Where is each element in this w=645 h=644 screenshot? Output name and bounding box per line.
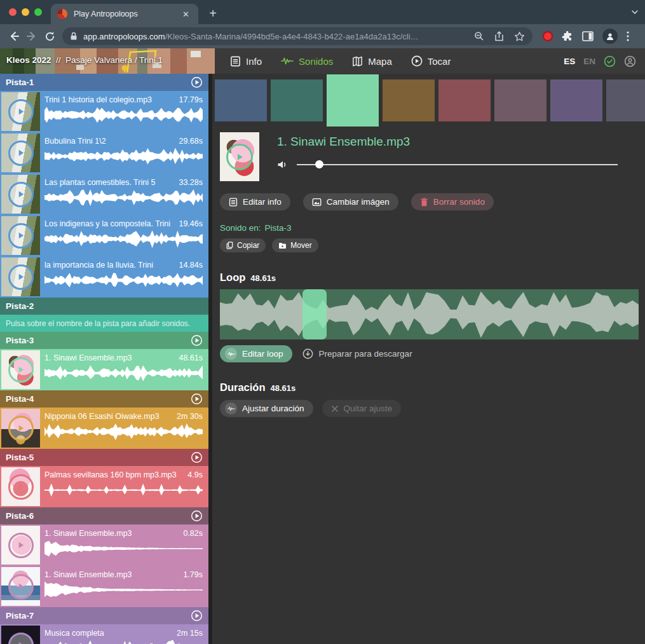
forward-icon[interactable] <box>23 27 41 45</box>
track-header[interactable]: Pista-3 <box>0 332 208 349</box>
account-icon[interactable] <box>624 55 636 67</box>
clip-play-icon[interactable] <box>8 223 34 249</box>
track-play-icon[interactable] <box>191 451 203 463</box>
track-play-icon[interactable] <box>191 76 203 88</box>
macos-traffic-lights[interactable] <box>9 8 42 16</box>
track-swatch-7[interactable] <box>550 79 602 121</box>
nav-tab-sonidos[interactable]: Sonidos <box>281 56 333 67</box>
clip-row[interactable]: 1. Sinawi Ensemble.mp30.82s <box>0 524 208 566</box>
tracks-sidebar[interactable]: Pista-1Trini 1 historia del colegio.mp31… <box>0 74 212 644</box>
volume-icon[interactable] <box>277 160 288 170</box>
track-swatch-8[interactable] <box>606 79 645 121</box>
clip-row[interactable]: Bubulina Trini 1\229.68s <box>0 132 208 174</box>
edit-info-button[interactable]: Editar info <box>220 193 290 210</box>
side-panel-icon[interactable] <box>582 31 594 41</box>
close-window-button[interactable] <box>9 8 17 16</box>
clip-thumbnail-house-photo[interactable] <box>1 216 40 255</box>
reload-icon[interactable] <box>41 27 58 45</box>
clip-row[interactable]: Las plantas comestibles. Trini 533.28s <box>0 174 208 215</box>
clip-play-icon[interactable] <box>8 633 34 644</box>
browser-menu-dots-icon[interactable] <box>627 31 629 41</box>
clip-thumbnail-peppa-red-ball[interactable] <box>1 467 40 506</box>
recorder-extension-icon[interactable] <box>543 31 553 41</box>
clip-name[interactable]: Musica completa <box>44 629 172 638</box>
clip-row[interactable]: Trini 1 historia del colegio.mp317.79s <box>0 91 208 132</box>
clip-thumbnail-house-photo[interactable] <box>1 175 40 214</box>
clip-row[interactable]: Palmas sevillanas 160 bpm mp3.mp34.9s <box>0 466 208 507</box>
clip-play-icon[interactable] <box>8 99 34 125</box>
remove-adjust-button[interactable]: Quitar ajuste <box>322 400 402 417</box>
track-play-icon[interactable] <box>191 393 203 405</box>
clip-name[interactable]: Nipponia 06 Esashi Oiwake.mp3 <box>44 412 172 421</box>
clip-name[interactable]: Bubulina Trini 1\2 <box>44 137 173 146</box>
browser-tab[interactable]: Play Antropoloops ✕ <box>51 4 198 24</box>
loop-waveform-panel[interactable] <box>220 289 639 339</box>
track-header[interactable]: Pista-6 <box>0 507 208 524</box>
tab-search-chevron-icon[interactable] <box>631 7 639 18</box>
move-sound-button[interactable]: Mover <box>272 238 318 252</box>
track-name[interactable]: Pista-1 <box>6 78 34 87</box>
project-map-photo[interactable]: Kleos 2022 // Pasaje Valvanera / Trini 1 <box>0 48 215 74</box>
clip-thumbnail-house-photo[interactable] <box>1 257 40 296</box>
sound-location-track-link[interactable]: Pista-3 <box>265 223 292 233</box>
clip-thumbnail-peppa-pig[interactable] <box>1 526 40 565</box>
clip-name[interactable]: 1. Sinawi Ensemble.mp3 <box>44 529 178 538</box>
clip-play-icon[interactable] <box>8 474 34 500</box>
zoom-out-icon[interactable] <box>474 31 484 41</box>
clip-thumbnail-house-photo[interactable] <box>1 134 40 172</box>
breadcrumb-trail[interactable]: Pasaje Valvanera / Trini 1 <box>65 55 163 65</box>
lang-en-button[interactable]: EN <box>583 57 595 66</box>
track-name[interactable]: Pista-4 <box>6 394 34 404</box>
track-swatch-2[interactable] <box>271 79 323 121</box>
breadcrumb[interactable]: Kleos 2022 // Pasaje Valvanera / Trini 1 <box>6 55 163 65</box>
clip-row[interactable]: Musica completa2m 15s <box>0 624 208 644</box>
clip-row[interactable]: la importancia de la lluvia. Trini14.84s <box>0 256 208 298</box>
volume-slider[interactable] <box>297 160 618 169</box>
track-header[interactable]: Pista-1 <box>0 74 208 91</box>
delete-sound-button[interactable]: Borrar sonido <box>411 193 494 210</box>
track-play-icon[interactable] <box>191 610 203 622</box>
adjust-duration-button[interactable]: Ajustar duración <box>220 400 313 417</box>
clip-name[interactable]: Trini 1 historia del colegio.mp3 <box>44 95 173 104</box>
clip-name[interactable]: Palmas sevillanas 160 bpm mp3.mp3 <box>44 470 182 479</box>
clip-play-icon[interactable] <box>8 574 34 599</box>
clip-row[interactable]: 1. Sinawi Ensemble.mp348.61s <box>0 349 208 390</box>
browser-profile-avatar[interactable] <box>602 29 618 44</box>
track-name[interactable]: Pista-6 <box>6 511 34 521</box>
clip-name[interactable]: la importancia de la lluvia. Trini <box>44 261 173 270</box>
clip-row[interactable]: Nipponia 06 Esashi Oiwake.mp32m 30s <box>0 408 208 449</box>
clip-row[interactable]: 1. Sinawi Ensemble.mp31.79s <box>0 566 208 607</box>
track-name[interactable]: Pista-3 <box>6 336 34 345</box>
clip-name[interactable]: 1. Sinawi Ensemble.mp3 <box>44 570 178 579</box>
address-bar[interactable]: app.antropoloops.com/Kleos-Santa-Marina/… <box>62 27 533 45</box>
nav-tab-info[interactable]: Info <box>230 56 262 67</box>
back-icon[interactable] <box>5 27 23 45</box>
volume-slider-thumb[interactable] <box>315 160 323 168</box>
saved-check-icon[interactable] <box>604 55 616 67</box>
extensions-puzzle-icon[interactable] <box>562 31 573 42</box>
prepare-download-button[interactable]: Preparar para descargar <box>302 348 412 359</box>
track-swatch-6[interactable] <box>494 79 547 121</box>
bookmark-star-icon[interactable] <box>514 31 525 42</box>
track-name[interactable]: Pista-2 <box>6 301 34 311</box>
copy-sound-button[interactable]: Copiar <box>220 238 266 252</box>
track-header[interactable]: Pista-5 <box>0 449 208 466</box>
sound-thumbnail[interactable] <box>220 132 259 181</box>
clip-thumbnail-dark[interactable] <box>1 626 40 644</box>
track-swatch-1[interactable] <box>215 79 267 121</box>
change-image-button[interactable]: Cambiar imágen <box>303 193 398 210</box>
track-name[interactable]: Pista-7 <box>6 611 34 620</box>
sound-play-icon[interactable] <box>226 144 253 170</box>
track-header[interactable]: Pista-7 <box>0 607 208 624</box>
track-name[interactable]: Pista-5 <box>6 453 34 462</box>
clip-row[interactable]: Los indigenas y la compostela. Trini19.4… <box>0 215 208 256</box>
clip-play-icon[interactable] <box>8 140 34 166</box>
track-header[interactable]: Pista-4 <box>0 390 208 408</box>
clip-play-icon[interactable] <box>8 416 34 441</box>
track-swatch-3[interactable] <box>327 74 379 127</box>
breadcrumb-project[interactable]: Kleos 2022 <box>6 55 51 65</box>
track-header[interactable]: Pista-2 <box>0 298 208 315</box>
minimize-window-button[interactable] <box>22 8 29 16</box>
track-play-icon[interactable] <box>191 334 203 346</box>
new-tab-button[interactable]: + <box>205 6 221 22</box>
